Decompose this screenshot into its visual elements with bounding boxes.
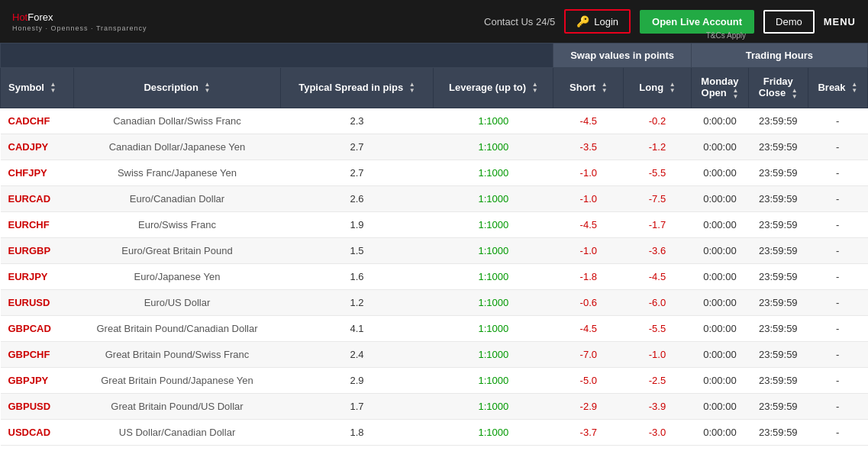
cell-close: 23:59:59 (749, 211, 808, 237)
table-row: CADJPY Canadian Dollar/Japanese Yen 2.7 … (1, 134, 868, 160)
sort-arrows-close: ▲▼ (792, 88, 798, 100)
cell-short: -1.0 (553, 160, 624, 185)
cell-long: -4.5 (624, 263, 692, 289)
col-leverage[interactable]: Leverage (up to) ▲▼ (434, 68, 553, 108)
cell-open: 0:00:00 (691, 263, 748, 289)
cell-spread: 4.1 (280, 315, 434, 341)
cell-leverage: 1:1000 (434, 160, 553, 185)
cell-symbol: EURGBP (1, 237, 74, 263)
cell-long: -1.7 (624, 211, 692, 237)
col-friday-close[interactable]: FridayClose ▲▼ (749, 68, 808, 108)
cell-open: 0:00:00 (691, 393, 748, 419)
sort-arrows-leverage: ▲▼ (532, 82, 538, 94)
forex-table: Swap values in points Trading Hours Symb… (0, 43, 868, 446)
cell-close: 23:59:59 (749, 160, 808, 185)
trading-hours-header: Trading Hours (691, 44, 867, 68)
cell-short: -3.7 (553, 419, 624, 445)
demo-button[interactable]: Demo (763, 10, 815, 34)
cell-long: -2.5 (624, 367, 692, 393)
cell-break: - (808, 315, 867, 341)
cell-long: -3.9 (624, 393, 692, 419)
cell-close: 23:59:59 (749, 367, 808, 393)
cell-long: -1.2 (624, 134, 692, 160)
sort-arrows-symbol: ▲▼ (50, 82, 56, 94)
cell-open: 0:00:00 (691, 160, 748, 185)
col-symbol[interactable]: Symbol ▲▼ (1, 68, 74, 108)
cell-close: 23:59:59 (749, 289, 808, 315)
cell-symbol: GBPCHF (1, 341, 74, 367)
cell-leverage: 1:1000 (434, 393, 553, 419)
table-row: USDCAD US Dollar/Canadian Dollar 1.8 1:1… (1, 419, 868, 445)
cell-leverage: 1:1000 (434, 367, 553, 393)
cell-short: -2.9 (553, 393, 624, 419)
cell-description: Great Britain Pound/Japanese Yen (74, 367, 280, 393)
cell-long: -3.0 (624, 419, 692, 445)
cell-spread: 1.5 (280, 237, 434, 263)
cell-open: 0:00:00 (691, 108, 748, 134)
table-row: EURUSD Euro/US Dollar 1.2 1:1000 -0.6 -6… (1, 289, 868, 315)
cell-break: - (808, 160, 867, 185)
cell-description: Euro/Japanese Yen (74, 263, 280, 289)
cell-break: - (808, 341, 867, 367)
cell-description: Great Britain Pound/Swiss Franc (74, 341, 280, 367)
cell-spread: 2.6 (280, 185, 434, 211)
cell-leverage: 1:1000 (434, 289, 553, 315)
col-break[interactable]: Break ▲▼ (808, 68, 867, 108)
main-table-container: Swap values in points Trading Hours Symb… (0, 43, 868, 446)
cell-leverage: 1:1000 (434, 315, 553, 341)
cell-leverage: 1:1000 (434, 134, 553, 160)
table-row: EURCHF Euro/Swiss Franc 1.9 1:1000 -4.5 … (1, 211, 868, 237)
col-description[interactable]: Description ▲▼ (74, 68, 280, 108)
cell-open: 0:00:00 (691, 289, 748, 315)
cell-spread: 2.7 (280, 160, 434, 185)
cell-short: -7.0 (553, 341, 624, 367)
cell-leverage: 1:1000 (434, 108, 553, 134)
cell-break: - (808, 419, 867, 445)
cell-long: -0.2 (624, 108, 692, 134)
cell-open: 0:00:00 (691, 367, 748, 393)
cell-symbol: CADJPY (1, 134, 74, 160)
col-long[interactable]: Long ▲▼ (624, 68, 692, 108)
cell-break: - (808, 367, 867, 393)
cell-close: 23:59:59 (749, 134, 808, 160)
cell-break: - (808, 108, 867, 134)
sort-arrows-spread: ▲▼ (409, 82, 415, 94)
cell-leverage: 1:1000 (434, 263, 553, 289)
cell-close: 23:59:59 (749, 108, 808, 134)
cell-leverage: 1:1000 (434, 211, 553, 237)
cell-spread: 2.9 (280, 367, 434, 393)
cell-description: Swiss Franc/Japanese Yen (74, 160, 280, 185)
cell-close: 23:59:59 (749, 341, 808, 367)
login-button[interactable]: 🔑 Login (564, 9, 631, 34)
cell-symbol: GBPCAD (1, 315, 74, 341)
login-label: Login (594, 16, 618, 27)
cell-leverage: 1:1000 (434, 341, 553, 367)
contact-label: Contact Us 24/5 (484, 16, 555, 27)
cell-short: -5.0 (553, 367, 624, 393)
cell-symbol: USDCAD (1, 419, 74, 445)
cell-break: - (808, 393, 867, 419)
cell-description: Great Britain Pound/Canadian Dollar (74, 315, 280, 341)
col-short[interactable]: Short ▲▼ (553, 68, 624, 108)
table-row: EURJPY Euro/Japanese Yen 1.6 1:1000 -1.8… (1, 263, 868, 289)
cell-short: -1.8 (553, 263, 624, 289)
col-spread[interactable]: Typical Spread in pips ▲▼ (280, 68, 434, 108)
col-monday-open[interactable]: MondayOpen ▲▼ (691, 68, 748, 108)
cell-leverage: 1:1000 (434, 185, 553, 211)
open-account-button[interactable]: Open Live Account (640, 10, 754, 34)
cell-short: -4.5 (553, 211, 624, 237)
menu-button[interactable]: MENU (824, 16, 856, 27)
cell-long: -3.6 (624, 237, 692, 263)
cell-symbol: CHFJPY (1, 160, 74, 185)
cell-spread: 1.8 (280, 419, 434, 445)
cell-description: Euro/US Dollar (74, 289, 280, 315)
cell-open: 0:00:00 (691, 211, 748, 237)
cell-symbol: EURUSD (1, 289, 74, 315)
swap-values-header: Swap values in points (553, 44, 691, 68)
cell-short: -0.6 (553, 289, 624, 315)
table-row: EURGBP Euro/Great Britain Pound 1.5 1:10… (1, 237, 868, 263)
cell-open: 0:00:00 (691, 315, 748, 341)
cell-spread: 1.7 (280, 393, 434, 419)
table-row: GBPCHF Great Britain Pound/Swiss Franc 2… (1, 341, 868, 367)
logo-tagline: Honesty · Openness · Transparency (12, 24, 147, 32)
